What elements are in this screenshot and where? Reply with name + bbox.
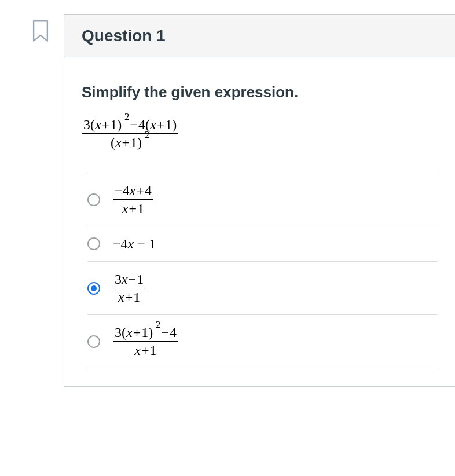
question-title: Question 1 bbox=[82, 27, 166, 45]
question-expression: 3(x+1)2−4(x+1) (x+1)2 bbox=[82, 118, 438, 149]
option-numerator: −4x+4 bbox=[113, 184, 153, 200]
radio-button[interactable] bbox=[87, 237, 100, 250]
option-denominator: x+1 bbox=[113, 288, 145, 304]
option-content: 3x−1x+1 bbox=[113, 272, 145, 304]
option-content: 3(x+1)2−4x+1 bbox=[113, 325, 178, 357]
radio-button[interactable] bbox=[87, 282, 100, 295]
option-row[interactable]: −4x − 1 bbox=[87, 226, 438, 261]
option-denominator: x+1 bbox=[113, 342, 178, 357]
expression-denominator: (x+1)2 bbox=[82, 134, 178, 149]
option-row[interactable]: 3x−1x+1 bbox=[87, 261, 438, 314]
option-row[interactable]: −4x+4x+1 bbox=[87, 173, 438, 226]
question-body: Simplify the given expression. 3(x+1)2−4… bbox=[64, 57, 455, 386]
question-header: Question 1 bbox=[64, 15, 455, 57]
option-row[interactable]: 3(x+1)2−4x+1 bbox=[87, 314, 438, 368]
bookmark-icon[interactable] bbox=[32, 20, 49, 42]
option-content: −4x+4x+1 bbox=[113, 184, 153, 215]
option-numerator: 3x−1 bbox=[113, 272, 145, 288]
question-card: Question 1 Simplify the given expression… bbox=[64, 14, 455, 387]
option-denominator: x+1 bbox=[113, 200, 153, 215]
expression-numerator: 3(x+1)2−4(x+1) bbox=[82, 118, 178, 134]
radio-button[interactable] bbox=[87, 335, 100, 348]
options-list: −4x+4x+1−4x − 13x−1x+13(x+1)2−4x+1 bbox=[87, 173, 438, 368]
option-content: −4x − 1 bbox=[113, 237, 156, 251]
radio-button[interactable] bbox=[87, 193, 100, 206]
question-prompt: Simplify the given expression. bbox=[82, 83, 438, 101]
option-numerator: 3(x+1)2−4 bbox=[113, 325, 178, 342]
